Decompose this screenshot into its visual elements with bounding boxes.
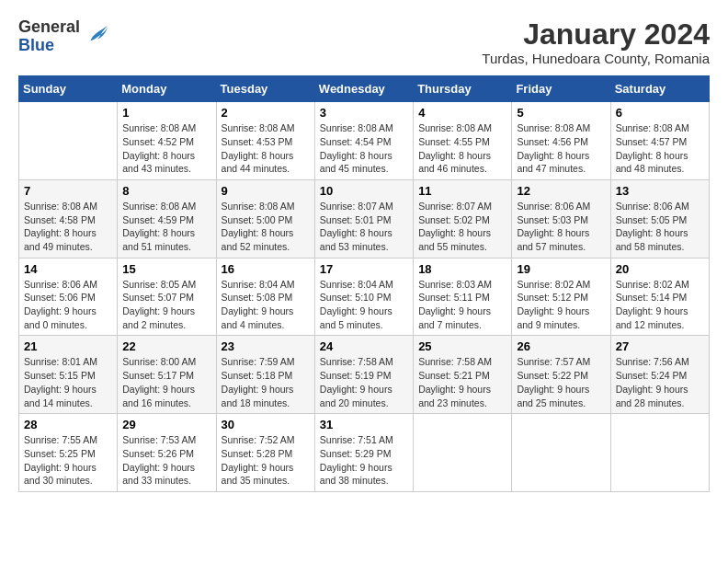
calendar-cell: 1Sunrise: 8:08 AMSunset: 4:52 PMDaylight… — [118, 102, 216, 180]
day-number: 4 — [418, 106, 506, 120]
day-number: 11 — [418, 184, 506, 198]
calendar-cell: 18Sunrise: 8:03 AMSunset: 5:11 PMDayligh… — [414, 258, 512, 336]
day-number: 28 — [24, 418, 112, 431]
calendar-cell: 14Sunrise: 8:06 AMSunset: 5:06 PMDayligh… — [19, 258, 118, 336]
day-info: Sunrise: 8:08 AMSunset: 4:59 PMDaylight:… — [122, 200, 210, 254]
day-info: Sunrise: 8:08 AMSunset: 4:57 PMDaylight:… — [616, 121, 704, 176]
calendar-cell: 12Sunrise: 8:06 AMSunset: 5:03 PMDayligh… — [512, 179, 610, 258]
day-number: 2 — [222, 106, 310, 120]
day-info: Sunrise: 8:07 AMSunset: 5:01 PMDaylight:… — [320, 200, 408, 254]
day-number: 12 — [517, 184, 605, 198]
day-number: 16 — [222, 262, 310, 276]
calendar-cell: 27Sunrise: 7:56 AMSunset: 5:24 PMDayligh… — [610, 336, 709, 414]
calendar-table: SundayMondayTuesdayWednesdayThursdayFrid… — [18, 75, 710, 492]
calendar-cell: 26Sunrise: 7:57 AMSunset: 5:22 PMDayligh… — [512, 336, 610, 414]
calendar-cell: 6Sunrise: 8:08 AMSunset: 4:57 PMDaylight… — [610, 102, 709, 180]
calendar-cell: 28Sunrise: 7:55 AMSunset: 5:25 PMDayligh… — [19, 414, 118, 492]
day-info: Sunrise: 8:08 AMSunset: 5:00 PMDaylight:… — [222, 200, 310, 254]
calendar-cell: 8Sunrise: 8:08 AMSunset: 4:59 PMDaylight… — [118, 179, 216, 258]
day-number: 7 — [24, 184, 112, 198]
header-day-saturday: Saturday — [610, 76, 709, 102]
day-info: Sunrise: 8:02 AMSunset: 5:12 PMDaylight:… — [517, 278, 605, 332]
day-info: Sunrise: 7:55 AMSunset: 5:25 PMDaylight:… — [24, 433, 112, 488]
day-info: Sunrise: 7:59 AMSunset: 5:18 PMDaylight:… — [222, 355, 310, 409]
day-info: Sunrise: 7:58 AMSunset: 5:19 PMDaylight:… — [320, 355, 408, 409]
calendar-cell — [512, 414, 610, 492]
day-number: 26 — [517, 339, 605, 353]
day-info: Sunrise: 8:08 AMSunset: 4:54 PMDaylight:… — [320, 121, 408, 176]
calendar-cell: 5Sunrise: 8:08 AMSunset: 4:56 PMDaylight… — [512, 102, 610, 180]
day-info: Sunrise: 8:03 AMSunset: 5:11 PMDaylight:… — [418, 278, 506, 332]
page-header: General Blue January 2024 Turdas, Hunedo… — [18, 18, 710, 66]
calendar-cell: 24Sunrise: 7:58 AMSunset: 5:19 PMDayligh… — [314, 336, 413, 414]
calendar-cell: 10Sunrise: 8:07 AMSunset: 5:01 PMDayligh… — [314, 179, 413, 258]
logo-bird-icon — [84, 22, 109, 48]
day-info: Sunrise: 8:06 AMSunset: 5:06 PMDaylight:… — [24, 278, 112, 332]
day-number: 31 — [320, 418, 408, 431]
calendar-cell: 4Sunrise: 8:08 AMSunset: 4:55 PMDaylight… — [414, 102, 512, 180]
calendar-cell: 16Sunrise: 8:04 AMSunset: 5:08 PMDayligh… — [216, 258, 314, 336]
calendar-cell: 15Sunrise: 8:05 AMSunset: 5:07 PMDayligh… — [118, 258, 216, 336]
calendar-cell: 7Sunrise: 8:08 AMSunset: 4:58 PMDaylight… — [19, 179, 118, 258]
day-info: Sunrise: 8:01 AMSunset: 5:15 PMDaylight:… — [24, 355, 112, 409]
header-day-friday: Friday — [512, 76, 610, 102]
header-day-thursday: Thursday — [414, 76, 512, 102]
calendar-week-2: 14Sunrise: 8:06 AMSunset: 5:06 PMDayligh… — [19, 258, 710, 336]
page-title: January 2024 — [482, 18, 710, 51]
day-number: 18 — [418, 262, 506, 276]
calendar-cell: 20Sunrise: 8:02 AMSunset: 5:14 PMDayligh… — [610, 258, 709, 336]
calendar-week-1: 7Sunrise: 8:08 AMSunset: 4:58 PMDaylight… — [19, 179, 710, 258]
calendar-cell: 23Sunrise: 7:59 AMSunset: 5:18 PMDayligh… — [216, 336, 314, 414]
calendar-cell: 11Sunrise: 8:07 AMSunset: 5:02 PMDayligh… — [414, 179, 512, 258]
day-number: 6 — [616, 106, 704, 120]
calendar-week-0: 1Sunrise: 8:08 AMSunset: 4:52 PMDaylight… — [19, 102, 710, 180]
calendar-header: SundayMondayTuesdayWednesdayThursdayFrid… — [19, 76, 710, 102]
day-number: 1 — [122, 106, 210, 120]
day-number: 20 — [616, 262, 704, 276]
day-info: Sunrise: 8:05 AMSunset: 5:07 PMDaylight:… — [122, 278, 210, 332]
page-subtitle: Turdas, Hunedoara County, Romania — [482, 51, 710, 66]
day-number: 27 — [616, 339, 704, 353]
day-info: Sunrise: 7:57 AMSunset: 5:22 PMDaylight:… — [517, 355, 605, 409]
day-info: Sunrise: 7:51 AMSunset: 5:29 PMDaylight:… — [320, 433, 408, 488]
day-info: Sunrise: 8:07 AMSunset: 5:02 PMDaylight:… — [418, 200, 506, 254]
day-number: 19 — [517, 262, 605, 276]
calendar-cell: 2Sunrise: 8:08 AMSunset: 4:53 PMDaylight… — [216, 102, 314, 180]
day-number: 24 — [320, 339, 408, 353]
day-info: Sunrise: 7:56 AMSunset: 5:24 PMDaylight:… — [616, 355, 704, 409]
calendar-cell: 25Sunrise: 7:58 AMSunset: 5:21 PMDayligh… — [414, 336, 512, 414]
title-area: January 2024 Turdas, Hunedoara County, R… — [482, 18, 710, 66]
day-number: 17 — [320, 262, 408, 276]
calendar-week-4: 28Sunrise: 7:55 AMSunset: 5:25 PMDayligh… — [19, 414, 710, 492]
day-number: 30 — [222, 418, 310, 431]
calendar-cell: 17Sunrise: 8:04 AMSunset: 5:10 PMDayligh… — [314, 258, 413, 336]
day-number: 22 — [122, 339, 210, 353]
calendar-cell: 31Sunrise: 7:51 AMSunset: 5:29 PMDayligh… — [314, 414, 413, 492]
logo-blue: Blue — [18, 37, 80, 55]
header-row: SundayMondayTuesdayWednesdayThursdayFrid… — [19, 76, 710, 102]
calendar-cell: 21Sunrise: 8:01 AMSunset: 5:15 PMDayligh… — [19, 336, 118, 414]
day-number: 25 — [418, 339, 506, 353]
calendar-cell: 30Sunrise: 7:52 AMSunset: 5:28 PMDayligh… — [216, 414, 314, 492]
header-day-monday: Monday — [118, 76, 216, 102]
calendar-cell — [19, 102, 118, 180]
day-info: Sunrise: 7:58 AMSunset: 5:21 PMDaylight:… — [418, 355, 506, 409]
header-day-sunday: Sunday — [19, 76, 118, 102]
header-day-tuesday: Tuesday — [216, 76, 314, 102]
day-info: Sunrise: 8:04 AMSunset: 5:08 PMDaylight:… — [222, 278, 310, 332]
day-info: Sunrise: 7:53 AMSunset: 5:26 PMDaylight:… — [122, 433, 210, 488]
day-number: 5 — [517, 106, 605, 120]
day-info: Sunrise: 8:06 AMSunset: 5:03 PMDaylight:… — [517, 200, 605, 254]
calendar-cell: 9Sunrise: 8:08 AMSunset: 5:00 PMDaylight… — [216, 179, 314, 258]
day-number: 10 — [320, 184, 408, 198]
day-number: 15 — [122, 262, 210, 276]
day-info: Sunrise: 8:04 AMSunset: 5:10 PMDaylight:… — [320, 278, 408, 332]
day-info: Sunrise: 8:08 AMSunset: 4:58 PMDaylight:… — [24, 200, 112, 254]
day-number: 8 — [122, 184, 210, 198]
calendar-body: 1Sunrise: 8:08 AMSunset: 4:52 PMDaylight… — [19, 102, 710, 492]
day-number: 29 — [122, 418, 210, 431]
calendar-week-3: 21Sunrise: 8:01 AMSunset: 5:15 PMDayligh… — [19, 336, 710, 414]
day-info: Sunrise: 8:08 AMSunset: 4:52 PMDaylight:… — [122, 121, 210, 176]
calendar-cell — [414, 414, 512, 492]
calendar-cell: 19Sunrise: 8:02 AMSunset: 5:12 PMDayligh… — [512, 258, 610, 336]
